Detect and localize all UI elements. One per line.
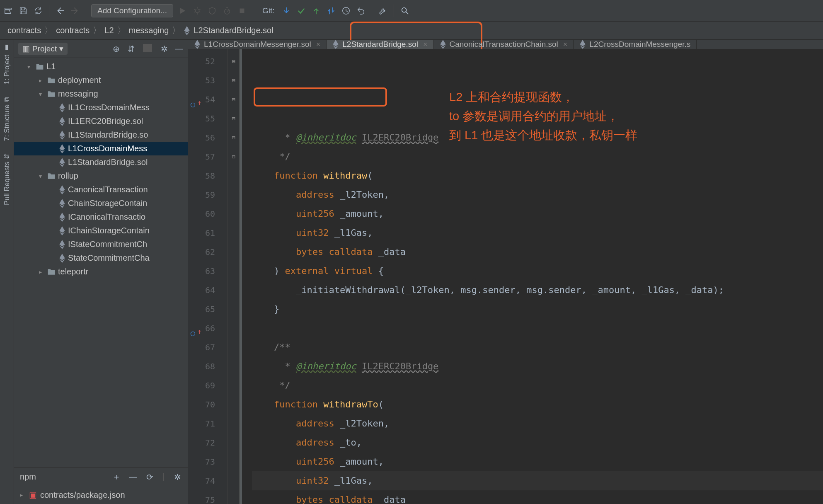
rail-tab-project[interactable]: 1: Project ▮ [3, 44, 11, 85]
chevron-down-icon[interactable]: ▾ [39, 173, 45, 179]
rail-tab-pull-requests[interactable]: Pull Requests ⇵ [3, 153, 11, 205]
tab-label: L2CrossDomainMessenger.s [589, 40, 690, 49]
editor-tab[interactable]: CanonicalTransactionChain.sol× [434, 40, 574, 49]
ethereum-icon [59, 103, 65, 112]
main-toolbar: Add Configuration... Git: [0, 0, 823, 22]
tree-item[interactable]: ▾rollup [14, 169, 188, 183]
breadcrumb-item[interactable]: L2 [104, 26, 114, 35]
ethereum-icon [59, 226, 65, 235]
divider [163, 473, 164, 481]
tree-item[interactable]: IStateCommitmentCh [14, 237, 188, 251]
folder-icon [47, 268, 56, 276]
code-content[interactable]: L2 上和合约提现函数， to 参数是调用合约的用户地址， 到 L1 也是这个地… [242, 49, 823, 504]
fold-column[interactable]: ⊟⊟⊟⊟⊟⊟ [228, 49, 240, 504]
target-icon[interactable]: ⊕ [111, 44, 121, 54]
project-tree[interactable]: ▾L1▸deployment▾messagingIL1CrossDomainMe… [14, 58, 188, 468]
wrench-icon[interactable] [377, 5, 389, 17]
folder-icon [47, 172, 56, 180]
stop-icon[interactable] [236, 5, 248, 17]
breadcrumb-item[interactable]: contracts [7, 26, 41, 35]
coverage-icon[interactable] [206, 5, 218, 17]
tree-item[interactable]: L1StandardBridge.sol [14, 155, 188, 169]
refresh-icon[interactable] [32, 5, 44, 17]
breadcrumb-item[interactable]: messaging [129, 26, 169, 35]
breadcrumb-item[interactable]: L2StandardBridge.sol [194, 26, 273, 35]
chevron-down-icon[interactable]: ▾ [27, 63, 33, 70]
ethereum-icon [59, 144, 65, 153]
ethereum-icon [59, 213, 65, 222]
ethereum-icon [59, 240, 65, 249]
tree-item-label: L1CrossDomainMess [68, 144, 147, 153]
editor-tab[interactable]: L2CrossDomainMessenger.s [574, 40, 697, 49]
chevron-right-icon: ▸ [20, 492, 26, 498]
chevron-right-icon[interactable]: ▸ [39, 77, 45, 84]
tree-item[interactable]: ▸deployment [14, 73, 188, 87]
tree-item[interactable]: ▸teleportr [14, 265, 188, 279]
tree-item[interactable]: L1CrossDomainMess [14, 142, 188, 155]
chevron-down-icon[interactable]: ▾ [39, 91, 45, 97]
add-icon[interactable]: ＋ [112, 471, 121, 482]
ethereum-icon [59, 117, 65, 126]
npm-tree[interactable]: ▸ ▣ contracts/package.json [14, 486, 188, 504]
git-commit-icon[interactable] [295, 5, 307, 17]
tree-item-label: teleportr [58, 267, 88, 276]
svg-point-4 [402, 7, 406, 12]
expand-icon[interactable]: ⇵ [126, 44, 136, 54]
breadcrumb: contracts 〉 contracts 〉 L2 〉 messaging 〉… [0, 22, 823, 40]
tab-label: L2StandardBridge.sol [342, 40, 418, 49]
editor-tab[interactable]: L1CrossDomainMessenger.sol× [188, 40, 327, 49]
editor-tab[interactable]: L2StandardBridge.sol× [327, 40, 433, 49]
ethereum-icon [59, 199, 65, 208]
tree-item-label: IL1StandardBridge.so [68, 130, 148, 140]
tree-item[interactable]: ICanonicalTransactio [14, 210, 188, 224]
gear-icon[interactable]: ✲ [160, 44, 169, 54]
undo-icon[interactable] [355, 5, 367, 17]
close-icon[interactable]: × [563, 40, 568, 49]
git-fetch-icon[interactable] [325, 5, 337, 17]
run-config-button[interactable]: Add Configuration... [91, 4, 173, 17]
debug-icon[interactable] [191, 5, 203, 17]
tree-item-label: IChainStorageContain [68, 226, 150, 235]
code-editor[interactable]: 525354◯↑555657585960616263646566◯↑676869… [188, 49, 823, 504]
tree-item-label: L1 [46, 62, 56, 71]
close-icon[interactable]: × [423, 40, 428, 49]
ethereum-icon [59, 131, 65, 140]
profile-icon[interactable] [221, 5, 233, 17]
remove-icon[interactable]: — [128, 472, 138, 482]
tree-item-label: StateCommitmentCha [68, 253, 150, 263]
forward-icon[interactable] [69, 5, 81, 17]
breadcrumb-item[interactable]: contracts [56, 26, 90, 35]
tree-item-label: rollup [58, 171, 78, 181]
gear-icon[interactable]: ✲ [173, 472, 182, 482]
tree-item[interactable]: ChainStorageContain [14, 196, 188, 210]
close-icon[interactable]: × [316, 40, 321, 49]
git-pull-icon[interactable] [281, 5, 292, 17]
rail-tab-structure[interactable]: 7: Structure ⧉ [3, 97, 11, 141]
project-view-selector[interactable]: ▥ Project ▾ [18, 43, 68, 55]
run-icon[interactable] [177, 5, 188, 17]
hide-icon[interactable]: — [174, 44, 184, 54]
tree-item-label: L1StandardBridge.sol [68, 158, 148, 167]
editor-area: L1CrossDomainMessenger.sol×L2StandardBri… [188, 40, 823, 504]
save-icon[interactable] [17, 5, 29, 17]
tree-item[interactable]: IChainStorageContain [14, 224, 188, 237]
sync-icon[interactable]: ⟳ [145, 472, 154, 482]
tree-item-label: ICanonicalTransactio [68, 212, 145, 222]
tree-item-label: deployment [58, 75, 101, 85]
tree-item[interactable]: IL1CrossDomainMess [14, 101, 188, 114]
git-push-icon[interactable] [310, 5, 322, 17]
tree-item[interactable]: StateCommitmentCha [14, 251, 188, 265]
chevron-right-icon[interactable]: ▸ [39, 269, 45, 275]
tree-item[interactable]: CanonicalTransaction [14, 183, 188, 196]
tree-item[interactable]: IL1ERC20Bridge.sol [14, 114, 188, 128]
open-icon[interactable] [2, 5, 14, 17]
search-icon[interactable] [399, 5, 411, 17]
ethereum-icon [194, 40, 201, 49]
tree-item[interactable]: ▾messaging [14, 87, 188, 101]
chevron-right-icon: 〉 [93, 25, 101, 36]
back-icon[interactable] [54, 5, 66, 17]
chevron-right-icon: 〉 [44, 25, 53, 36]
tree-item[interactable]: ▾L1 [14, 60, 188, 73]
history-icon[interactable] [340, 5, 352, 17]
tree-item[interactable]: IL1StandardBridge.so [14, 128, 188, 142]
